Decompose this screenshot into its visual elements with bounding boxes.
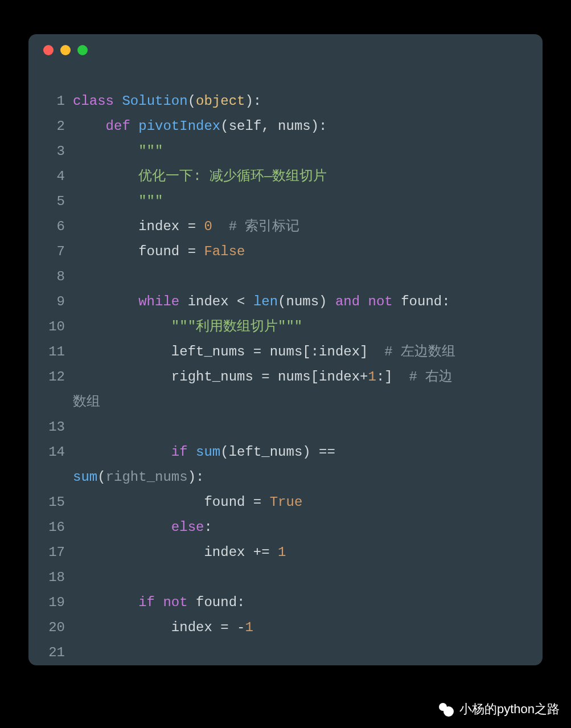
code-line: 10 """利用数组切片"""	[28, 314, 529, 340]
code-source: 优化一下: 减少循环—数组切片	[73, 164, 529, 189]
code-line: 5 """	[28, 189, 529, 214]
code-line: 19 if not found:	[28, 590, 529, 615]
code-line: 1class Solution(object):	[28, 89, 529, 114]
code-source: found = False	[73, 239, 529, 264]
code-line: 13	[28, 415, 529, 440]
code-line: 7 found = False	[28, 239, 529, 264]
line-number: 14	[28, 440, 73, 465]
code-line: 8	[28, 264, 529, 289]
watermark: 小杨的python之路	[438, 701, 560, 718]
code-source: else:	[73, 515, 529, 540]
code-line: 21	[28, 640, 529, 665]
line-number: 5	[28, 189, 73, 214]
line-number: 15	[28, 490, 73, 515]
code-source: found = True	[73, 490, 529, 515]
code-source: if sum(left_nums) ==	[73, 440, 529, 465]
code-source: index = -1	[73, 615, 529, 640]
code-line-wrap: sum(right_nums):	[28, 465, 529, 490]
maximize-icon[interactable]	[77, 45, 88, 55]
code-line: 6 index = 0 # 索引标记	[28, 214, 529, 239]
line-number: 19	[28, 590, 73, 615]
code-line: 18	[28, 565, 529, 590]
line-number: 6	[28, 214, 73, 239]
code-line: 15 found = True	[28, 490, 529, 515]
line-number: 7	[28, 239, 73, 264]
code-source: """	[73, 189, 529, 214]
line-number: 4	[28, 164, 73, 189]
code-line-wrap: 数组	[28, 390, 529, 415]
line-number: 13	[28, 415, 73, 440]
line-number: 1	[28, 89, 73, 114]
line-number: 20	[28, 615, 73, 640]
code-source: index = 0 # 索引标记	[73, 214, 529, 239]
window-titlebar	[28, 34, 543, 66]
line-number: 2	[28, 114, 73, 139]
code-line: 9 while index < len(nums) and not found:	[28, 289, 529, 314]
close-icon[interactable]	[43, 45, 54, 55]
line-number: 3	[28, 139, 73, 164]
line-number: 11	[28, 340, 73, 365]
line-number: 18	[28, 565, 73, 590]
line-number: 9	[28, 289, 73, 314]
line-number: 17	[28, 540, 73, 565]
code-line: 3 """	[28, 139, 529, 164]
code-source: class Solution(object):	[73, 89, 529, 114]
minimize-icon[interactable]	[60, 45, 71, 55]
code-line: 16 else:	[28, 515, 529, 540]
code-line: 14 if sum(left_nums) ==	[28, 440, 529, 465]
code-line: 17 index += 1	[28, 540, 529, 565]
code-line: 4 优化一下: 减少循环—数组切片	[28, 164, 529, 189]
code-window: 1class Solution(object):2 def pivotIndex…	[28, 34, 543, 665]
watermark-text: 小杨的python之路	[459, 701, 560, 718]
code-line: 2 def pivotIndex(self, nums):	[28, 114, 529, 139]
line-number: 21	[28, 640, 73, 665]
line-number: 16	[28, 515, 73, 540]
code-source: """	[73, 139, 529, 164]
line-number: 8	[28, 264, 73, 289]
code-line: 20 index = -1	[28, 615, 529, 640]
code-source: """利用数组切片"""	[73, 314, 529, 340]
code-source: right_nums = nums[index+1:] # 右边	[73, 365, 529, 390]
line-number: 12	[28, 365, 73, 390]
line-number: 10	[28, 314, 73, 340]
code-source: left_nums = nums[:index] # 左边数组	[73, 340, 529, 365]
code-line: 12 right_nums = nums[index+1:] # 右边	[28, 365, 529, 390]
code-source: def pivotIndex(self, nums):	[73, 114, 529, 139]
wechat-icon	[438, 701, 455, 718]
code-line: 11 left_nums = nums[:index] # 左边数组	[28, 340, 529, 365]
code-source: if not found:	[73, 590, 529, 615]
code-body: 1class Solution(object):2 def pivotIndex…	[28, 66, 543, 665]
code-source: index += 1	[73, 540, 529, 565]
code-source: while index < len(nums) and not found:	[73, 289, 529, 314]
